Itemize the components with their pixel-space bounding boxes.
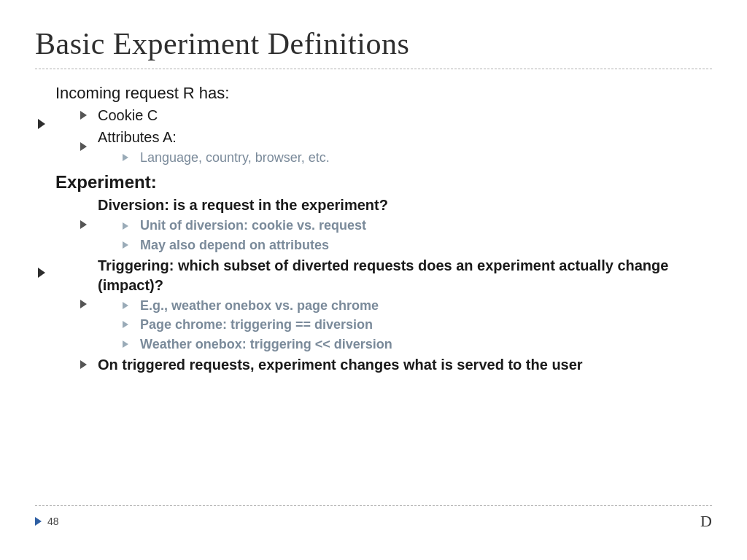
footer-left: 48: [35, 516, 59, 527]
diversion-sublist: Unit of diversion: cookie vs. request Ma…: [120, 217, 712, 254]
list-item-may-also: May also depend on attributes: [120, 236, 712, 254]
list-item-incoming: Incoming request R has: Cookie C Attribu…: [35, 82, 712, 166]
incoming-sublist: Cookie C Attributes A: Language, country…: [77, 106, 712, 166]
attributes-sublist: Language, country, browser, etc.: [120, 149, 712, 166]
list-item-experiment: Experiment: Diversion: is a request in t…: [35, 171, 712, 375]
triggering-sublist: E.g., weather onebox vs. page chrome Pag…: [120, 297, 712, 353]
list-item-weather-onebox: Weather onebox: triggering << diversion: [120, 335, 712, 353]
list-item-triggering: Triggering: which subset of diverted req…: [77, 256, 712, 353]
list-item-diversion: Diversion: is a request in the experimen…: [77, 195, 712, 254]
footer-letter: D: [700, 512, 712, 531]
footer-arrow-icon: [35, 517, 42, 526]
list-item-unit-diversion: Unit of diversion: cookie vs. request: [120, 217, 712, 234]
main-list: Incoming request R has: Cookie C Attribu…: [35, 82, 712, 379]
page-number: 48: [47, 516, 59, 527]
list-item-cookie: Cookie C: [77, 106, 712, 125]
slide-content: Incoming request R has: Cookie C Attribu…: [35, 82, 712, 505]
list-item-eg-weather: E.g., weather onebox vs. page chrome: [120, 297, 712, 314]
list-item-attributes: Attributes A: Language, country, browser…: [77, 128, 712, 166]
list-item-on-triggered: On triggered requests, experiment change…: [77, 355, 712, 375]
list-item-language: Language, country, browser, etc.: [120, 149, 712, 166]
slide: Basic Experiment Definitions Incoming re…: [0, 0, 747, 560]
experiment-sublist: Diversion: is a request in the experimen…: [77, 195, 712, 374]
list-item-page-chrome: Page chrome: triggering == diversion: [120, 316, 712, 333]
title-divider: [35, 69, 712, 69]
slide-footer: 48 D: [35, 505, 712, 531]
slide-title: Basic Experiment Definitions: [35, 26, 712, 61]
